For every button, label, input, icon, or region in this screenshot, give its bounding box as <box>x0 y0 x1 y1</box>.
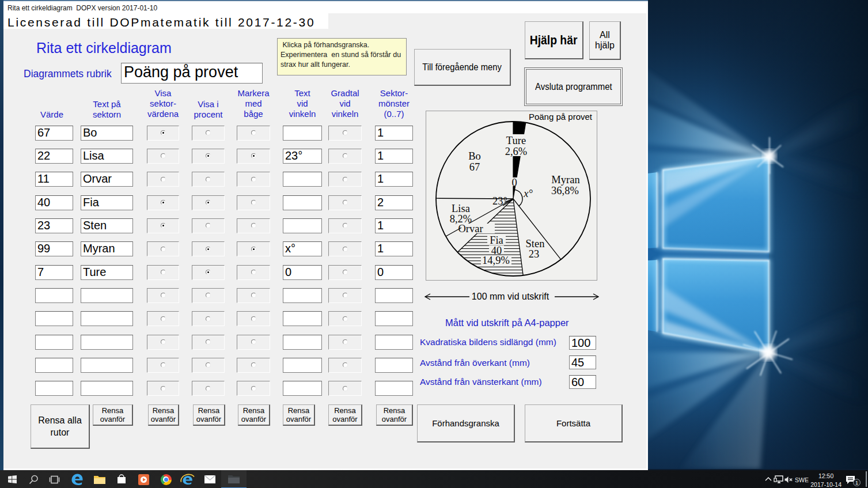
svg-text:Fia: Fia <box>490 234 503 246</box>
svg-text:Myran: Myran <box>551 174 579 186</box>
svg-text:36,8%: 36,8% <box>551 185 579 196</box>
svg-text:67: 67 <box>469 161 480 173</box>
svg-text:Sten: Sten <box>526 238 545 249</box>
svg-text:0: 0 <box>511 177 517 188</box>
svg-text:Ture: Ture <box>506 135 526 146</box>
svg-text:23°: 23° <box>492 195 507 207</box>
svg-text:23: 23 <box>529 248 540 260</box>
svg-text:Poäng på provet: Poäng på provet <box>529 112 593 122</box>
svg-text:x°: x° <box>523 188 533 199</box>
svg-text:14,9%: 14,9% <box>482 255 510 266</box>
svg-text:Orvar: Orvar <box>458 223 483 234</box>
svg-text:Lisa: Lisa <box>452 203 470 214</box>
svg-text:2,6%: 2,6% <box>505 146 528 157</box>
svg-text:100 mm vid utskrift: 100 mm vid utskrift <box>472 292 549 301</box>
svg-text:Bo: Bo <box>468 150 481 162</box>
